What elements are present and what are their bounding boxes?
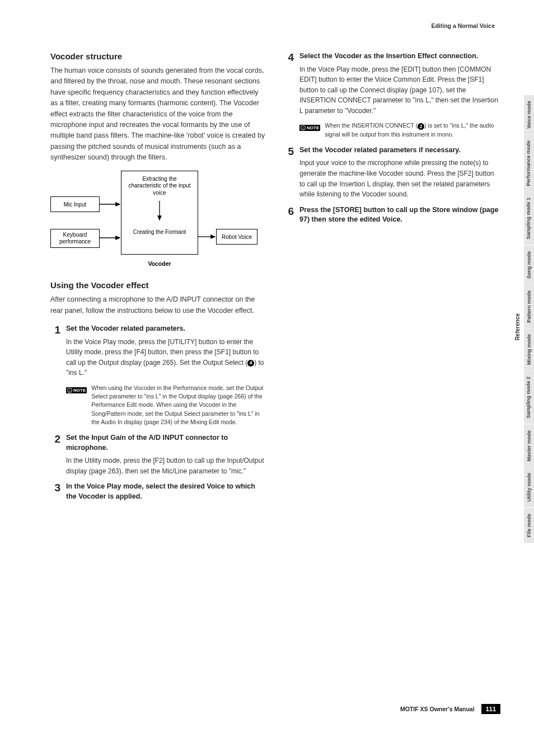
tab-performance-mode[interactable]: Performance mode xyxy=(524,135,534,192)
tab-song-mode[interactable]: Song mode xyxy=(524,246,534,285)
two-column-layout: Vocoder structure The human voice consis… xyxy=(50,51,500,510)
circled-2-icon: 2 xyxy=(418,123,424,130)
step-number-6: 6 xyxy=(284,205,294,228)
note-label: NOTE xyxy=(307,125,319,130)
side-tabs: Voice mode Performance mode Sampling mod… xyxy=(524,95,534,543)
heading-using-vocoder: Using the Vocoder effect xyxy=(50,280,267,290)
tab-utility-mode[interactable]: Utility mode xyxy=(524,467,534,508)
using-vocoder-intro: After connecting a microphone to the A/D… xyxy=(50,294,267,316)
page-number: 111 xyxy=(481,704,500,714)
step-5-title: Set the Vocoder related parameters if ne… xyxy=(299,145,500,156)
tab-voice-mode[interactable]: Voice mode xyxy=(524,95,534,135)
section-header: Editing a Normal Voice xyxy=(50,22,500,29)
note-2-text: When the INSERTION CONNECT (2) is set to… xyxy=(325,121,500,138)
right-column: 4 Select the Vocoder as the Insertion Ef… xyxy=(284,51,500,510)
tab-sampling-mode-2[interactable]: Sampling mode 2 xyxy=(524,371,534,425)
step-1-text: In the Voice Play mode, press the [UTILI… xyxy=(66,337,267,378)
tab-file-mode[interactable]: File mode xyxy=(524,508,534,543)
note-icon: ♪NOTE xyxy=(299,121,320,138)
heading-vocoder-structure: Vocoder structure xyxy=(50,51,267,61)
step-2: 2 Set the Input Gain of the A/D INPUT co… xyxy=(50,433,267,476)
step-2-title: Set the Input Gain of the A/D INPUT conn… xyxy=(66,433,267,453)
step-4: 4 Select the Vocoder as the Insertion Ef… xyxy=(284,51,500,116)
step-1: 1 Set the Vocoder related parameters. In… xyxy=(50,324,267,378)
page-footer: MOTIF XS Owner's Manual 111 xyxy=(400,704,500,714)
left-column: Vocoder structure The human voice consis… xyxy=(50,51,267,510)
step-5: 5 Set the Vocoder related parameters if … xyxy=(284,145,500,200)
step-6: 6 Press the [STORE] button to call up th… xyxy=(284,205,500,228)
note-icon: ♪NOTE xyxy=(66,384,87,426)
step-1-text-a: In the Voice Play mode, press the [UTILI… xyxy=(66,338,259,367)
note-1-text: When using the Vocoder in the Performanc… xyxy=(91,384,267,426)
diagram-arrows xyxy=(50,173,263,262)
tab-sampling-mode-1[interactable]: Sampling mode 1 xyxy=(524,192,534,246)
step-number-4: 4 xyxy=(284,51,294,116)
step-4-title: Select the Vocoder as the Insertion Effe… xyxy=(299,51,500,62)
step-4-text: In the Voice Play mode, press the [EDIT]… xyxy=(299,64,500,116)
step-6-title: Press the [STORE] button to call up the … xyxy=(299,205,500,225)
step-number-3: 3 xyxy=(50,482,60,504)
step-3-title: In the Voice Play mode, select the desir… xyxy=(66,482,267,501)
diagram-caption: Vocoder xyxy=(121,260,198,267)
note-2: ♪NOTE When the INSERTION CONNECT (2) is … xyxy=(284,121,500,138)
step-number-1: 1 xyxy=(50,324,60,378)
step-1-title: Set the Vocoder related parameters. xyxy=(66,324,267,334)
vocoder-diagram: Mic Input Keyboard performance Extractin… xyxy=(50,173,267,267)
step-number-5: 5 xyxy=(284,145,294,200)
note-label: NOTE xyxy=(73,388,86,393)
reference-label: Reference xyxy=(514,313,521,340)
footer-book-title: MOTIF XS Owner's Manual xyxy=(400,706,475,712)
step-5-text: Input your voice to the microphone while… xyxy=(299,158,500,199)
tab-mixing-mode[interactable]: Mixing mode xyxy=(524,328,534,371)
tab-master-mode[interactable]: Master mode xyxy=(524,425,534,468)
circled-4-icon: 4 xyxy=(247,360,254,367)
step-number-2: 2 xyxy=(50,433,60,476)
tab-pattern-mode[interactable]: Pattern mode xyxy=(524,285,534,329)
vocoder-structure-text: The human voice consists of sounds gener… xyxy=(50,65,267,163)
step-2-text: In the Utility mode, press the [F2] butt… xyxy=(66,456,267,476)
note-2-text-a: When the INSERTION CONNECT ( xyxy=(325,122,418,129)
step-3: 3 In the Voice Play mode, select the des… xyxy=(50,482,267,504)
note-1: ♪NOTE When using the Vocoder in the Perf… xyxy=(50,384,267,426)
